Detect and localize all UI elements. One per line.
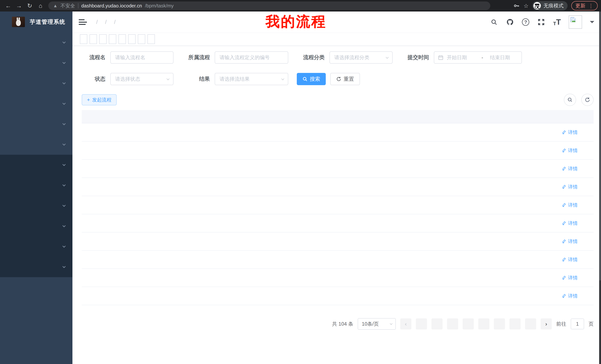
browser-update-button[interactable]: 更新 ⋮ (571, 1, 598, 10)
detail-action-link[interactable]: 详情 (562, 238, 578, 245)
sidebar-item[interactable] (0, 32, 72, 53)
process-name-input[interactable] (110, 51, 173, 64)
view-tab[interactable]: × (119, 34, 126, 44)
status-badge (351, 291, 358, 300)
pencil-icon (562, 166, 567, 171)
breadcrumb (92, 19, 119, 25)
result-badge (393, 273, 400, 282)
tags-view: × × × × (72, 33, 601, 46)
page-number-button[interactable] (510, 318, 521, 329)
not-secure-icon[interactable]: ▲ (53, 3, 58, 8)
view-tab[interactable]: × (90, 34, 97, 44)
create-process-button[interactable]: + 发起流程 (82, 94, 117, 105)
status-badge (351, 254, 358, 264)
browser-home-icon[interactable]: ⌂ (36, 1, 45, 10)
start-date-placeholder: 开始日期 (447, 54, 475, 61)
browser-back-icon[interactable]: ← (3, 1, 13, 10)
address-bar[interactable]: ▲ 不安全 dashboard.yudao.iocoder.cn/bpm/tas… (48, 1, 490, 10)
sidebar-item[interactable] (0, 114, 72, 134)
detail-action-link[interactable]: 详情 (562, 293, 578, 299)
page-number-button[interactable] (416, 318, 427, 329)
table-row: 取消 详情 (82, 269, 594, 287)
view-tab[interactable]: × (148, 34, 155, 44)
submit-time-label: 提交时间 (401, 54, 429, 61)
detail-action-link[interactable]: 详情 (562, 220, 578, 227)
view-tab[interactable]: × (99, 34, 107, 44)
page-scrollbar[interactable] (599, 11, 601, 364)
page-number-button[interactable] (525, 318, 536, 329)
breadcrumb-item[interactable] (110, 19, 119, 25)
page-number-button[interactable] (463, 318, 474, 329)
result-placeholder: 请选择流结果 (220, 76, 250, 82)
breadcrumb-item[interactable] (92, 19, 101, 25)
goto-page-input[interactable] (571, 318, 584, 329)
chevron-icon (62, 81, 66, 84)
view-tab[interactable]: × (128, 34, 136, 44)
chevron-icon (62, 245, 66, 248)
sidebar-item[interactable] (0, 94, 72, 114)
page-number-button[interactable] (494, 318, 505, 329)
password-key-icon[interactable] (513, 2, 520, 9)
category-select[interactable]: 请选择流程分类 (330, 51, 393, 64)
pencil-icon (562, 294, 567, 298)
font-size-icon[interactable] (553, 18, 561, 27)
detail-action-link[interactable]: 详情 (562, 165, 578, 172)
page-number-button[interactable] (478, 318, 489, 329)
view-tab[interactable]: × (109, 34, 116, 44)
view-tab[interactable]: × (138, 34, 145, 44)
app-title: 芋道管理系统 (30, 18, 65, 26)
logo-image (12, 17, 25, 27)
page-number-button[interactable] (447, 318, 458, 329)
sidebar-item[interactable] (0, 53, 72, 73)
github-icon[interactable] (506, 18, 514, 26)
range-separator: - (478, 55, 487, 60)
search-icon[interactable] (490, 18, 498, 26)
toggle-search-button[interactable] (564, 94, 576, 106)
sidebar-item[interactable] (0, 134, 72, 155)
fullscreen-icon[interactable] (537, 18, 545, 26)
chevron-icon (62, 265, 66, 268)
sidebar-subitem[interactable] (0, 175, 72, 196)
search-button[interactable]: 搜索 (297, 73, 326, 85)
browser-menu-icon[interactable]: ⋮ (588, 3, 594, 9)
prev-page-button[interactable]: ‹ (400, 318, 411, 329)
avatar-caret-icon[interactable] (590, 21, 594, 25)
next-page-button[interactable]: › (541, 318, 552, 329)
result-select[interactable]: 请选择流结果 (215, 73, 288, 85)
table-row: 取消 详情 (82, 196, 594, 214)
chevron-icon (62, 204, 66, 207)
page-size-select[interactable]: 10条/页 (358, 318, 396, 330)
update-label: 更新 (575, 2, 585, 9)
detail-action-link[interactable]: 详情 (562, 147, 578, 154)
bookmark-star-icon[interactable]: ☆ (523, 3, 529, 9)
sidebar-subitem[interactable] (0, 155, 72, 175)
process-def-input[interactable] (215, 51, 288, 64)
reset-button[interactable]: 重置 (330, 73, 360, 85)
breadcrumb-item[interactable] (101, 19, 110, 25)
detail-action-link[interactable]: 详情 (562, 129, 578, 136)
detail-action-link[interactable]: 详情 (562, 256, 578, 263)
sidebar-subitem[interactable] (0, 257, 72, 277)
avatar[interactable] (569, 15, 582, 29)
page-number-button[interactable] (431, 318, 442, 329)
browser-reload-icon[interactable]: ↻ (25, 1, 35, 10)
help-icon[interactable] (522, 18, 529, 26)
refresh-table-button[interactable] (581, 94, 594, 106)
sidebar-submenu (0, 155, 72, 277)
sidebar-subitem[interactable] (0, 196, 72, 216)
pagination: 共 104 条 10条/页 ‹ (82, 318, 594, 330)
sidebar-logo-row[interactable]: 芋道管理系统 (0, 11, 72, 32)
submit-time-range-picker[interactable]: 开始日期 - 结束日期 (434, 51, 522, 64)
detail-action-link[interactable]: 详情 (562, 184, 578, 190)
sidebar-subitem[interactable] (0, 236, 72, 257)
detail-action-link[interactable]: 详情 (562, 275, 578, 281)
result-badge (393, 127, 400, 136)
detail-action-link[interactable]: 详情 (562, 202, 578, 208)
sidebar-item[interactable] (0, 73, 72, 94)
sidebar-toggle-icon[interactable] (79, 19, 87, 25)
sidebar-subitem[interactable] (0, 216, 72, 236)
view-tab[interactable]: × (80, 34, 87, 44)
status-badge (351, 236, 358, 245)
status-select[interactable]: 请选择状态 (110, 73, 173, 85)
browser-forward-icon[interactable]: → (14, 1, 24, 10)
